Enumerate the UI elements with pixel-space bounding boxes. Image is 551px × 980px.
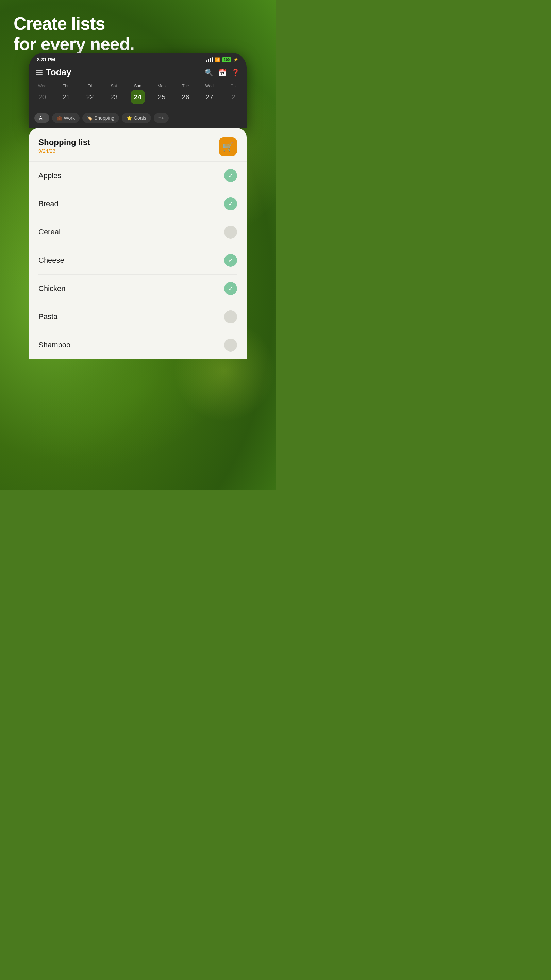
tab-shopping[interactable]: 🏷️ Shopping — [82, 113, 119, 123]
hero-line1: Create lists — [14, 14, 134, 34]
calendar-day-sat23[interactable]: Sat 23 — [102, 82, 126, 106]
checkbox-bread[interactable]: ✓ — [224, 197, 237, 210]
calendar-day-thu21[interactable]: Thu 21 — [54, 82, 78, 106]
app-header: Today 🔍 📅 ❓ — [29, 64, 246, 82]
hero-text: Create lists for every need. — [14, 14, 134, 54]
status-time: 8:31 PM — [37, 57, 55, 62]
list-item-pasta[interactable]: Pasta — [38, 303, 237, 331]
app-title: Today — [46, 67, 71, 78]
list-item-apples[interactable]: Apples ✓ — [38, 162, 237, 190]
cart-icon-button[interactable]: 🛒 — [219, 137, 237, 156]
card-header-info: Shopping list 9/24/23 — [38, 137, 90, 154]
calendar-icon[interactable]: 📅 — [218, 68, 227, 76]
tab-work[interactable]: 💼 Work — [52, 113, 79, 123]
calendar-day-sun24[interactable]: Sun 24 — [126, 82, 150, 106]
tab-new[interactable]: ≡+ — [154, 113, 169, 123]
shopping-list-title: Shopping list — [38, 137, 90, 147]
shopping-list-date: 9/24/23 — [38, 148, 90, 154]
checkbox-cereal[interactable] — [224, 226, 237, 239]
tab-all[interactable]: All — [34, 113, 49, 123]
search-icon[interactable]: 🔍 — [205, 68, 213, 76]
battery-indicator: 100 — [222, 57, 231, 62]
list-item-shampoo[interactable]: Shampoo — [38, 331, 237, 359]
tab-goals-label: Goals — [134, 115, 146, 121]
calendar-strip: Wed 20 Thu 21 Fri 22 Sat 23 Sun 24 Mon 2… — [29, 82, 246, 110]
calendar-day-fri22[interactable]: Fri 22 — [78, 82, 102, 106]
card-header: Shopping list 9/24/23 🛒 — [38, 137, 237, 156]
list-item-cheese[interactable]: Cheese ✓ — [38, 247, 237, 275]
work-icon: 💼 — [57, 116, 62, 121]
tab-goals[interactable]: ⭐ Goals — [122, 113, 151, 123]
shopping-tag-icon: 🏷️ — [87, 116, 92, 121]
app-header-left: Today — [36, 67, 71, 78]
tab-work-label: Work — [64, 115, 75, 121]
calendar-day-wed27[interactable]: Wed 27 — [198, 82, 221, 106]
checkbox-apples[interactable]: ✓ — [224, 169, 237, 182]
hero-line2: for every need. — [14, 34, 134, 54]
tab-all-label: All — [39, 115, 44, 121]
menu-icon[interactable] — [36, 70, 43, 75]
shopping-card: Shopping list 9/24/23 🛒 Apples ✓ Bread ✓… — [29, 128, 246, 359]
tab-new-label: ≡+ — [159, 115, 164, 121]
status-bar: 8:31 PM 📶 100 ⚡ — [29, 53, 246, 64]
calendar-day-tue26[interactable]: Tue 26 — [173, 82, 197, 106]
calendar-day-th2[interactable]: Th 2 — [221, 82, 245, 106]
star-icon: ⭐ — [127, 116, 132, 121]
calendar-day-wed20[interactable]: Wed 20 — [30, 82, 54, 106]
status-right: 📶 100 ⚡ — [206, 57, 238, 62]
wifi-icon: 📶 — [214, 57, 220, 62]
phone-screen: 8:31 PM 📶 100 ⚡ T — [29, 53, 246, 128]
list-item-cereal[interactable]: Cereal — [38, 218, 237, 247]
cart-icon: 🛒 — [222, 142, 233, 152]
list-item-bread[interactable]: Bread ✓ — [38, 190, 237, 218]
checkbox-chicken[interactable]: ✓ — [224, 282, 237, 295]
checkbox-cheese[interactable]: ✓ — [224, 254, 237, 267]
charging-icon: ⚡ — [233, 57, 238, 62]
tab-shopping-label: Shopping — [94, 115, 114, 121]
checkbox-shampoo[interactable] — [224, 339, 237, 352]
app-header-right: 🔍 📅 ❓ — [205, 68, 240, 76]
checkbox-pasta[interactable] — [224, 310, 237, 323]
phone-mockup: 8:31 PM 📶 100 ⚡ T — [29, 53, 246, 359]
list-item-chicken[interactable]: Chicken ✓ — [38, 275, 237, 303]
help-icon[interactable]: ❓ — [231, 68, 240, 76]
filter-tabs: All 💼 Work 🏷️ Shopping ⭐ Goals ≡+ — [29, 110, 246, 128]
calendar-day-mon25[interactable]: Mon 25 — [150, 82, 173, 106]
signal-icon — [206, 57, 213, 62]
